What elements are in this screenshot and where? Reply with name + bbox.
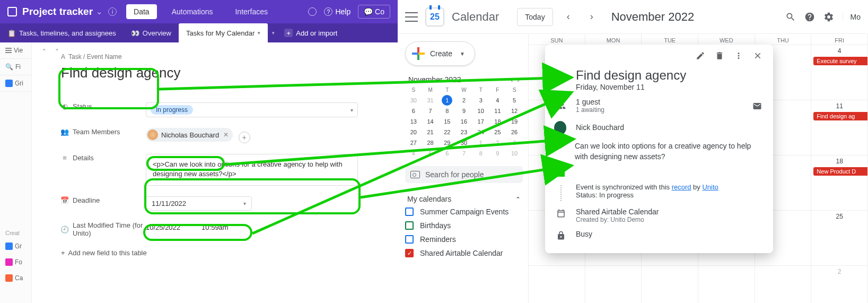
mini-day[interactable]: 21 (422, 127, 439, 137)
mini-day[interactable]: 29 (439, 137, 455, 148)
calendar-logo-icon[interactable]: 25 (425, 7, 444, 27)
support-icon[interactable] (804, 12, 815, 22)
checkbox[interactable] (405, 207, 414, 216)
mini-day[interactable]: 7 (455, 148, 472, 159)
details-textarea[interactable]: <p>Can we look into options for a creati… (146, 154, 358, 186)
create-grid[interactable]: Gr (0, 238, 31, 254)
month-label[interactable]: November 2022 (611, 10, 695, 24)
mini-day[interactable]: 26 (506, 127, 523, 137)
grid-view-item[interactable]: Gri (0, 75, 31, 92)
mini-day[interactable]: 9 (455, 106, 472, 116)
base-icon[interactable] (7, 7, 17, 16)
settings-icon[interactable] (823, 12, 834, 22)
table-tab-more[interactable]: ▾ (268, 23, 279, 42)
table-tab-tasks[interactable]: 📋 Tasks, timelines, and assignees (0, 23, 124, 42)
day-cell[interactable] (755, 265, 811, 303)
mini-day[interactable]: 13 (405, 116, 422, 127)
tab-automations[interactable]: Automations (164, 4, 221, 19)
add-member-button[interactable]: + (239, 132, 250, 143)
mini-day[interactable]: 5 (506, 95, 523, 106)
mini-day[interactable]: 14 (422, 116, 439, 127)
event-chip[interactable]: Execute survey (813, 57, 867, 65)
mini-day[interactable]: 12 (506, 106, 523, 116)
checkbox[interactable] (405, 221, 414, 230)
base-title[interactable]: Project tracker (22, 6, 93, 18)
unito-link[interactable]: Unito (702, 183, 718, 191)
mini-day[interactable]: 16 (455, 116, 472, 127)
main-menu-icon[interactable] (405, 12, 418, 22)
checkbox[interactable]: ✓ (405, 249, 414, 257)
edit-icon[interactable] (696, 51, 705, 60)
email-guests-icon[interactable] (752, 100, 762, 111)
mini-day[interactable]: 28 (422, 137, 439, 148)
share-button[interactable]: 💬 Co (358, 5, 390, 19)
mini-month-label[interactable]: November 2022 (408, 75, 461, 84)
calendar-list-item[interactable]: Birthdays (405, 221, 523, 230)
checkbox[interactable] (405, 235, 414, 244)
mini-day[interactable]: 9 (489, 148, 506, 159)
mini-day[interactable]: 6 (439, 148, 455, 159)
mini-day[interactable]: 22 (439, 127, 455, 137)
mini-day[interactable]: 23 (455, 127, 472, 137)
calendar-list-item[interactable]: Summer Campaign Events (405, 207, 523, 216)
member-chip[interactable]: Nicholas Bouchard ✕ (146, 128, 233, 142)
history-icon[interactable] (308, 7, 317, 16)
mini-day[interactable]: 20 (405, 127, 422, 137)
day-cell[interactable] (698, 265, 755, 303)
search-people-input[interactable]: Search for people (405, 166, 523, 183)
mini-next[interactable]: › (517, 75, 520, 84)
info-icon[interactable]: i (108, 7, 117, 16)
next-period-button[interactable]: › (584, 9, 600, 25)
prev-period-button[interactable]: ‹ (560, 9, 576, 25)
delete-icon[interactable] (715, 51, 724, 60)
more-icon[interactable] (734, 51, 743, 60)
day-cell[interactable] (585, 265, 642, 303)
tab-interfaces[interactable]: Interfaces (227, 4, 275, 19)
event-chip[interactable]: Find design ag (813, 112, 867, 120)
mini-day[interactable]: 18 (489, 116, 506, 127)
day-cell[interactable] (642, 265, 698, 303)
mini-day[interactable]: 27 (405, 137, 422, 148)
task-name-value[interactable]: Find design agency (61, 65, 398, 81)
day-cell[interactable]: 11Find design ag (811, 100, 867, 155)
day-cell[interactable]: 2 (811, 265, 867, 303)
calendar-list-item[interactable]: ✓Shared Airtable Calendar (405, 249, 523, 257)
day-cell[interactable]: 4Execute survey (811, 45, 867, 100)
mini-day[interactable]: 11 (489, 106, 506, 116)
event-chip[interactable]: New Product D (813, 167, 867, 176)
today-button[interactable]: Today (517, 8, 553, 26)
mini-day[interactable]: 2 (455, 95, 472, 106)
mini-day[interactable]: 8 (439, 106, 455, 116)
chevron-down-icon[interactable]: ⌄ (96, 7, 103, 16)
mini-day[interactable]: 1 (472, 137, 489, 148)
my-calendars-header[interactable]: My calendars⌄ (405, 195, 523, 203)
mini-day[interactable]: 10 (506, 148, 523, 159)
day-cell[interactable] (529, 265, 585, 303)
mini-day[interactable]: 5 (422, 148, 439, 159)
mini-day[interactable]: 4 (405, 148, 422, 159)
mini-day[interactable]: 3 (472, 95, 489, 106)
create-button[interactable]: Create ▼ (405, 41, 475, 66)
mini-day[interactable]: 4 (489, 95, 506, 106)
remove-member-icon[interactable]: ✕ (222, 131, 230, 138)
mini-prev[interactable]: ‹ (511, 75, 513, 84)
close-icon[interactable] (753, 51, 762, 60)
mini-day[interactable]: 7 (422, 106, 439, 116)
mini-day[interactable]: 1 (442, 95, 452, 106)
mini-day[interactable]: 31 (422, 95, 439, 106)
add-import-button[interactable]: +Add or import (284, 29, 337, 37)
help-button[interactable]: ?Help (324, 7, 350, 16)
deadline-input[interactable]: 11/11/2022 ▾ (146, 196, 252, 211)
day-cell[interactable]: 18New Product D (811, 155, 867, 210)
find-record[interactable]: 🔍 Fi (0, 59, 31, 75)
status-select[interactable]: In progress ▾ (146, 102, 358, 117)
mini-day[interactable]: 15 (439, 116, 455, 127)
mini-day[interactable]: 8 (472, 148, 489, 159)
mini-day[interactable]: 30 (405, 95, 422, 106)
add-field-button[interactable]: Add new field to this table (61, 243, 398, 257)
mini-day[interactable]: 2 (489, 137, 506, 148)
next-record[interactable]: ˅ (52, 48, 62, 56)
record-link[interactable]: record (672, 183, 691, 191)
mini-day[interactable]: 30 (455, 137, 472, 148)
create-calendar[interactable]: Ca (0, 270, 31, 286)
